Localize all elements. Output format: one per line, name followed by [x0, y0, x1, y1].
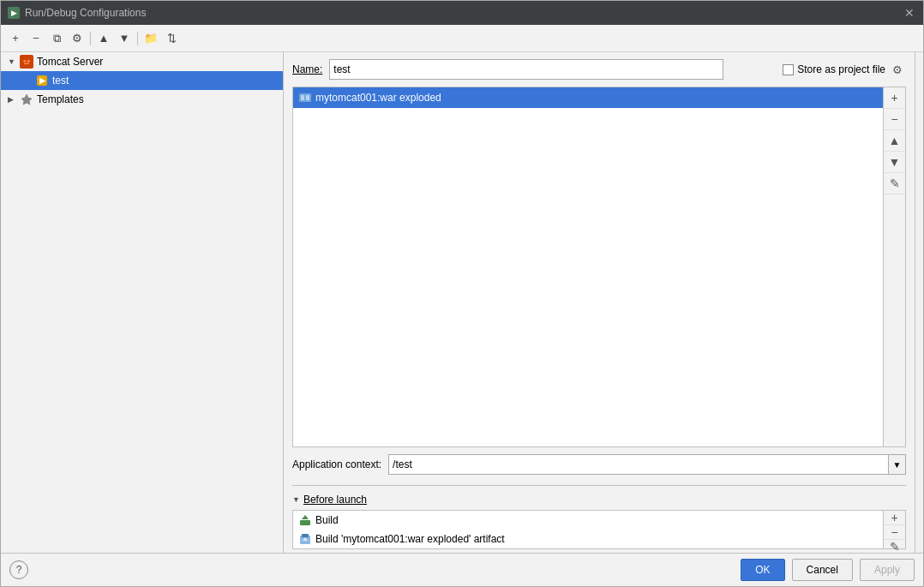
- run-debug-dialog: ▶ Run/Debug Configurations ✕ + − ⧉ ⚙ ▲ ▼…: [0, 0, 924, 587]
- svg-point-1: [23, 60, 26, 63]
- name-input[interactable]: [329, 59, 723, 80]
- store-project-row: Store as project file ⚙: [783, 61, 906, 78]
- svg-point-2: [27, 60, 30, 63]
- copy-config-button[interactable]: ⧉: [47, 29, 66, 48]
- app-context-dropdown[interactable]: /test ▼: [388, 454, 906, 475]
- before-launch-label: Before launch: [303, 494, 367, 506]
- title-bar: ▶ Run/Debug Configurations ✕: [1, 1, 923, 25]
- deployment-area: mytomcat001:war exploded + − ▲ ▼ ✎: [292, 87, 906, 447]
- before-launch-remove-button[interactable]: −: [884, 525, 905, 540]
- deployment-item-icon: [298, 91, 312, 105]
- templates-label: Templates: [37, 93, 84, 105]
- before-launch-section: ▼ Before launch Build: [284, 489, 915, 553]
- sort-config-button[interactable]: ⇅: [162, 29, 181, 48]
- before-launch-header[interactable]: ▼ Before launch: [292, 489, 906, 510]
- toolbar-separator-2: [137, 32, 138, 45]
- main-content: ▼ Tomcat Server ▶: [1, 52, 923, 553]
- down-config-button[interactable]: ▼: [115, 29, 134, 48]
- launch-item-build[interactable]: Build: [293, 511, 905, 530]
- dialog-title: Run/Debug Configurations: [25, 7, 146, 19]
- tomcat-expand-arrow: ▼: [8, 57, 16, 66]
- footer-left: ?: [9, 560, 28, 579]
- store-project-gear-button[interactable]: ⚙: [889, 61, 906, 78]
- right-scrollbar[interactable]: [915, 52, 923, 553]
- remove-config-button[interactable]: −: [27, 29, 45, 48]
- add-config-button[interactable]: +: [6, 29, 25, 48]
- before-launch-add-button[interactable]: +: [884, 511, 905, 525]
- templates-expand-arrow: ▶: [8, 95, 16, 104]
- build-icon: [298, 513, 312, 527]
- svg-rect-7: [301, 95, 304, 100]
- store-project-label: Store as project file: [797, 63, 885, 75]
- before-launch-arrow: ▼: [292, 495, 300, 504]
- footer: ? OK Cancel Apply: [1, 553, 923, 586]
- right-panel: Name: Store as project file ⚙: [284, 52, 915, 553]
- deployment-item-label: mytomcat001:war exploded: [315, 92, 441, 104]
- before-launch-edit-button[interactable]: ✎: [884, 540, 905, 553]
- up-config-button[interactable]: ▲: [94, 29, 113, 48]
- close-button[interactable]: ✕: [903, 6, 916, 20]
- app-context-dropdown-arrow[interactable]: ▼: [888, 455, 905, 474]
- svg-rect-12: [302, 534, 309, 537]
- app-context-row: Application context: /test ▼: [284, 447, 915, 482]
- launch-item-artifact[interactable]: Build 'mytomcat001:war exploded' artifac…: [293, 530, 905, 548]
- svg-rect-0: [22, 58, 32, 66]
- launch-item-artifact-label: Build 'mytomcat001:war exploded' artifac…: [315, 533, 505, 545]
- tree-tomcat-group[interactable]: ▼ Tomcat Server: [1, 52, 283, 71]
- deployment-side-buttons: + − ▲ ▼ ✎: [883, 87, 905, 446]
- tomcat-group-icon: [20, 55, 33, 69]
- app-context-value: /test: [389, 458, 888, 470]
- deployment-list: mytomcat001:war exploded: [293, 87, 905, 446]
- deployment-edit-button[interactable]: ✎: [884, 173, 905, 195]
- deployment-item[interactable]: mytomcat001:war exploded: [293, 87, 905, 108]
- svg-marker-10: [302, 515, 309, 519]
- ok-button[interactable]: OK: [741, 559, 784, 581]
- deployment-remove-button[interactable]: −: [884, 109, 905, 130]
- tomcat-group-label: Tomcat Server: [37, 56, 103, 68]
- settings-config-button[interactable]: ⚙: [68, 29, 87, 48]
- name-row: Name: Store as project file ⚙: [284, 52, 915, 87]
- name-label: Name:: [292, 63, 322, 75]
- before-launch-list: Build Build 'mytomcat001:war exploded' a…: [292, 510, 906, 549]
- folder-config-button[interactable]: 📁: [141, 29, 160, 48]
- launch-item-build-label: Build: [315, 514, 339, 526]
- toolbar-separator: [90, 32, 91, 45]
- svg-rect-3: [24, 63, 29, 65]
- app-icon: ▶: [8, 7, 20, 19]
- svg-rect-9: [300, 520, 310, 525]
- before-launch-side-buttons: + − ✎: [883, 511, 905, 548]
- test-item-label: test: [52, 75, 69, 87]
- app-context-label: Application context:: [292, 458, 381, 470]
- deployment-down-button[interactable]: ▼: [884, 152, 905, 173]
- tree-templates-group[interactable]: ▶ Templates: [1, 90, 283, 109]
- cancel-button[interactable]: Cancel: [792, 559, 853, 581]
- title-bar-left: ▶ Run/Debug Configurations: [8, 7, 146, 19]
- left-panel: ▼ Tomcat Server ▶: [1, 52, 284, 553]
- apply-button[interactable]: Apply: [860, 559, 915, 581]
- deployment-add-button[interactable]: +: [884, 87, 905, 109]
- templates-icon: [20, 93, 33, 106]
- deployment-up-button[interactable]: ▲: [884, 130, 905, 152]
- store-project-checkbox[interactable]: [783, 64, 794, 75]
- toolbar: + − ⧉ ⚙ ▲ ▼ 📁 ⇅: [1, 25, 923, 52]
- divider: [292, 485, 906, 486]
- test-item-icon: ▶: [35, 74, 49, 87]
- svg-text:▶: ▶: [39, 76, 46, 85]
- tree-test-item[interactable]: ▶ test: [1, 71, 283, 90]
- help-button[interactable]: ?: [9, 560, 28, 579]
- artifact-icon: [298, 532, 312, 546]
- svg-rect-8: [306, 95, 309, 100]
